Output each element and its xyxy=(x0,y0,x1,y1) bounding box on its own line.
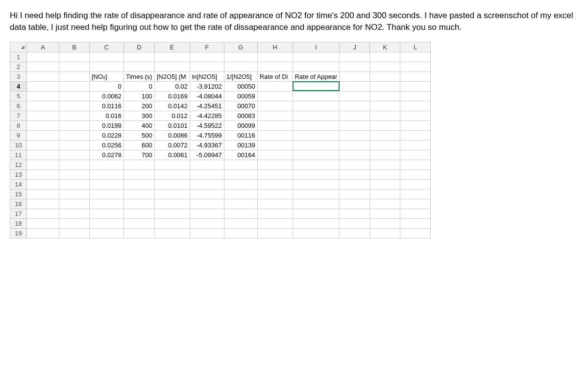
cell-G5[interactable]: 00059 xyxy=(224,91,257,101)
cell-A13[interactable] xyxy=(27,169,59,179)
cell-B14[interactable] xyxy=(59,179,90,189)
cell-J10[interactable] xyxy=(340,140,370,150)
cell-J3[interactable] xyxy=(340,71,370,81)
col-header-J[interactable]: J xyxy=(340,42,370,52)
cell-J14[interactable] xyxy=(340,179,370,189)
cell-C1[interactable] xyxy=(90,52,124,62)
cell-B10[interactable] xyxy=(59,140,90,150)
cell-F10[interactable]: -4.93367 xyxy=(190,140,224,150)
cell-D15[interactable] xyxy=(124,189,155,199)
cell-F18[interactable] xyxy=(190,218,224,228)
cell-A17[interactable] xyxy=(27,209,59,218)
cell-D19[interactable] xyxy=(124,228,155,238)
cell-J19[interactable] xyxy=(340,228,370,238)
cell-I4[interactable] xyxy=(293,81,340,91)
cell-I3[interactable]: Rate of Appear xyxy=(293,71,340,81)
cell-E11[interactable]: 0.0061 xyxy=(154,150,190,160)
cell-H15[interactable] xyxy=(257,189,293,199)
cell-D4[interactable]: 0 xyxy=(124,81,155,91)
cell-H10[interactable] xyxy=(257,140,293,150)
cell-B16[interactable] xyxy=(59,199,90,209)
cell-G1[interactable] xyxy=(224,52,257,62)
cell-G3[interactable]: 1/[N2O5] xyxy=(224,71,257,81)
cell-G16[interactable] xyxy=(224,199,257,209)
cell-B15[interactable] xyxy=(59,189,90,199)
cell-J4[interactable] xyxy=(340,81,370,91)
cell-D16[interactable] xyxy=(124,199,155,209)
cell-F12[interactable] xyxy=(190,160,224,169)
row-header-10[interactable]: 10 xyxy=(10,140,27,150)
cell-D3[interactable]: Times (s) xyxy=(124,71,155,81)
cell-E19[interactable] xyxy=(154,228,190,238)
row-header-1[interactable]: 1 xyxy=(10,52,27,62)
cell-K14[interactable] xyxy=(370,179,400,189)
cell-G11[interactable]: 00164 xyxy=(224,150,257,160)
select-all-corner[interactable] xyxy=(10,42,27,52)
cell-D14[interactable] xyxy=(124,179,155,189)
cell-H11[interactable] xyxy=(257,150,293,160)
cell-L7[interactable] xyxy=(400,111,431,120)
cell-L3[interactable] xyxy=(400,71,431,81)
cell-E17[interactable] xyxy=(154,209,190,218)
cell-I5[interactable] xyxy=(293,91,340,101)
cell-I13[interactable] xyxy=(293,169,340,179)
cell-D10[interactable]: 600 xyxy=(124,140,155,150)
cell-H6[interactable] xyxy=(257,101,293,111)
cell-J16[interactable] xyxy=(340,199,370,209)
cell-G7[interactable]: 00083 xyxy=(224,111,257,120)
cell-E8[interactable]: 0.0101 xyxy=(154,120,190,130)
cell-A18[interactable] xyxy=(27,218,59,228)
cell-G13[interactable] xyxy=(224,169,257,179)
col-header-H[interactable]: H xyxy=(257,42,293,52)
cell-A7[interactable] xyxy=(27,111,59,120)
cell-G19[interactable] xyxy=(224,228,257,238)
cell-C12[interactable] xyxy=(90,160,124,169)
col-header-D[interactable]: D xyxy=(124,42,155,52)
cell-H16[interactable] xyxy=(257,199,293,209)
cell-J7[interactable] xyxy=(340,111,370,120)
cell-C7[interactable]: 0.016 xyxy=(90,111,124,120)
cell-L14[interactable] xyxy=(400,179,431,189)
cell-G17[interactable] xyxy=(224,209,257,218)
cell-B3[interactable] xyxy=(59,71,90,81)
cell-I17[interactable] xyxy=(293,209,340,218)
cell-C18[interactable] xyxy=(90,218,124,228)
cell-A16[interactable] xyxy=(27,199,59,209)
cell-L10[interactable] xyxy=(400,140,431,150)
cell-K17[interactable] xyxy=(370,209,400,218)
cell-L1[interactable] xyxy=(400,52,431,62)
cell-I6[interactable] xyxy=(293,101,340,111)
col-header-B[interactable]: B xyxy=(59,42,90,52)
cell-G10[interactable]: 00139 xyxy=(224,140,257,150)
cell-F6[interactable]: -4.25451 xyxy=(190,101,224,111)
cell-E15[interactable] xyxy=(154,189,190,199)
cell-F14[interactable] xyxy=(190,179,224,189)
cell-E4[interactable]: 0.02 xyxy=(154,81,190,91)
cell-D18[interactable] xyxy=(124,218,155,228)
cell-L18[interactable] xyxy=(400,218,431,228)
cell-I11[interactable] xyxy=(293,150,340,160)
cell-C3[interactable]: [NO₂] xyxy=(90,71,124,81)
cell-C8[interactable]: 0.0198 xyxy=(90,120,124,130)
cell-F8[interactable]: -4.59522 xyxy=(190,120,224,130)
cell-C17[interactable] xyxy=(90,209,124,218)
cell-H18[interactable] xyxy=(257,218,293,228)
cell-A3[interactable] xyxy=(27,71,59,81)
cell-K4[interactable] xyxy=(370,81,400,91)
row-header-16[interactable]: 16 xyxy=(10,199,27,209)
row-header-18[interactable]: 18 xyxy=(10,218,27,228)
cell-C4[interactable]: 0 xyxy=(90,81,124,91)
cell-G15[interactable] xyxy=(224,189,257,199)
row-header-17[interactable]: 17 xyxy=(10,209,27,218)
col-header-G[interactable]: G xyxy=(224,42,257,52)
cell-G12[interactable] xyxy=(224,160,257,169)
cell-F15[interactable] xyxy=(190,189,224,199)
cell-B6[interactable] xyxy=(59,101,90,111)
cell-D11[interactable]: 700 xyxy=(124,150,155,160)
cell-F13[interactable] xyxy=(190,169,224,179)
cell-K5[interactable] xyxy=(370,91,400,101)
cell-B7[interactable] xyxy=(59,111,90,120)
cell-K18[interactable] xyxy=(370,218,400,228)
row-header-4[interactable]: 4 xyxy=(10,81,27,91)
cell-I18[interactable] xyxy=(293,218,340,228)
